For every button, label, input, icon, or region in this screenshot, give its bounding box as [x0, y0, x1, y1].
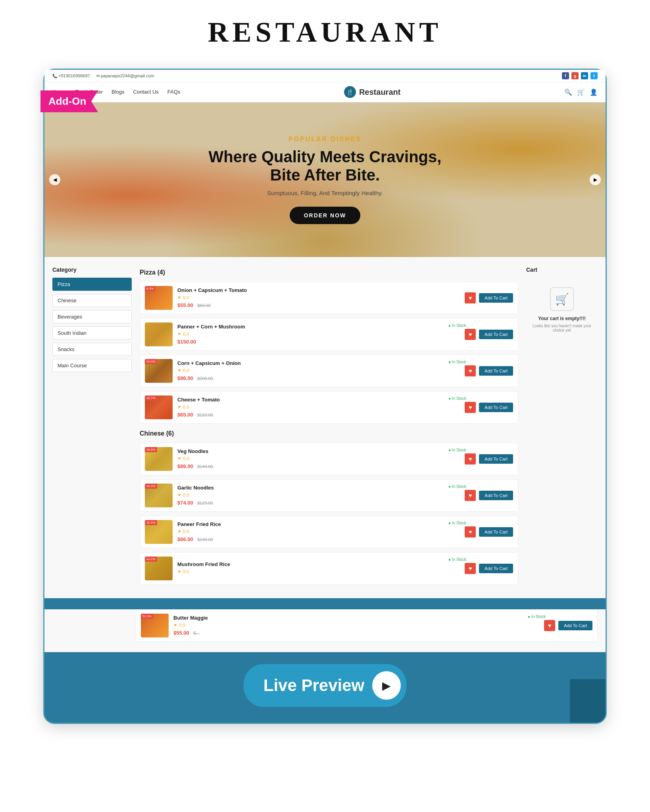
email-address: papanapo2244@gmail.com: [101, 73, 154, 78]
wishlist-btn[interactable]: ♥: [465, 292, 476, 303]
cart-empty-icon: 🛒: [550, 287, 574, 311]
live-preview-btn[interactable]: Live Preview ▶: [244, 664, 406, 707]
rating-value: 0.0: [183, 569, 189, 574]
star-icon: ★: [177, 529, 181, 534]
category-beverages[interactable]: Beverages: [52, 310, 132, 323]
search-icon[interactable]: 🔍: [564, 88, 572, 96]
star-icon: ★: [177, 569, 181, 574]
cart-empty-subtitle: Looks like you haven't made your choice …: [530, 324, 594, 332]
product-info: Mushroom Fried Rice ★ 0.0: [173, 561, 465, 576]
nav-contact[interactable]: Contact Us: [133, 89, 159, 96]
product-old-price: $60.00: [197, 303, 211, 308]
cart-icon[interactable]: 🛒: [577, 88, 585, 96]
nav-blogs[interactable]: Blogs: [112, 89, 125, 96]
phone-icon: [52, 73, 57, 78]
wishlist-btn[interactable]: ♥: [465, 563, 476, 574]
product-badge: 42.7%: [145, 395, 157, 401]
product-item: Panner + Corn + Mushroom ★ 0.0 $150.00 ●…: [140, 318, 518, 351]
add-to-cart-btn[interactable]: Add To Cart: [479, 527, 513, 537]
add-to-cart-btn[interactable]: Add To Cart: [479, 454, 513, 464]
logo-text: Restaurant: [359, 88, 400, 97]
hero-desc: Sumptuous, Filling, And Temptingly Healt…: [209, 190, 442, 196]
product-name: Paneer Fried Rice: [177, 521, 460, 527]
category-chinese[interactable]: Chinese: [52, 294, 132, 307]
wishlist-btn[interactable]: ♥: [465, 453, 476, 465]
product-image: 8.3%: [145, 286, 173, 310]
product-price-row: $66.00 $140.00: [177, 536, 460, 543]
cart-empty: 🛒 Your cart is empty!!!! Looks like you …: [526, 279, 598, 340]
add-to-cart-btn[interactable]: Add To Cart: [479, 564, 513, 573]
main-content: Category Pizza Chinese Beverages South I…: [44, 257, 606, 598]
add-to-cart-btn[interactable]: Add To Cart: [558, 621, 592, 630]
product-old-price: $129.00: [197, 501, 213, 505]
product-badge: 51.3%: [141, 614, 153, 619]
product-info: Cheese + Tomato ★ 0.0 $65.00 $133.00: [173, 397, 465, 418]
product-price: $96.00: [177, 375, 193, 381]
rating-value: 0.0: [183, 332, 189, 336]
product-info: Veg Noodles ★ 0.0 $86.00 $143.00: [173, 448, 465, 470]
rating-value: 0.0: [183, 368, 189, 373]
social-links: f g in t: [562, 72, 598, 79]
product-image: 42.0%: [145, 557, 173, 580]
product-name: Corn + Capsicum + Onion: [177, 360, 460, 366]
product-price: $65.00: [177, 412, 193, 418]
order-now-btn[interactable]: ORDER NOW: [290, 207, 361, 224]
googleplus-icon[interactable]: g: [571, 72, 579, 79]
category-snacks[interactable]: Snacks: [52, 343, 132, 356]
product-item: 40.3% Garlic Noodles ★ 0.0 $74.00 $129.0…: [140, 479, 518, 512]
product-image: 52.9%: [145, 520, 173, 544]
product-rating: ★ 0.0: [177, 404, 460, 409]
add-to-cart-btn[interactable]: Add To Cart: [479, 403, 513, 412]
rating-value: 0.0: [183, 405, 189, 409]
product-name: Veg Noodles: [177, 448, 460, 454]
wishlist-btn[interactable]: ♥: [465, 365, 476, 376]
star-icon: ★: [177, 404, 181, 409]
product-badge: 8.3%: [145, 286, 155, 291]
wishlist-btn[interactable]: ♥: [465, 526, 476, 537]
rating-value: 0.0: [179, 623, 185, 628]
hero-prev-btn[interactable]: ◀: [49, 174, 60, 185]
wishlist-btn[interactable]: ♥: [465, 329, 476, 340]
user-icon[interactable]: 👤: [590, 88, 598, 96]
nav-logo: 🍴 Restaurant: [344, 86, 400, 98]
add-to-cart-btn[interactable]: Add To Cart: [479, 491, 513, 500]
product-old-price: $143.00: [197, 464, 213, 469]
live-preview-arrow-icon: ▶: [372, 671, 401, 700]
in-stock-badge: ● In Stock: [448, 396, 466, 401]
hero-next-btn[interactable]: ▶: [590, 174, 601, 185]
product-image: 40.3%: [145, 484, 173, 507]
facebook-icon[interactable]: f: [562, 72, 569, 79]
add-to-cart-btn[interactable]: Add To Cart: [479, 293, 513, 303]
product-item: 8.3% Onion + Capsicum + Tomato ★ 0.0 $55…: [140, 282, 518, 314]
wishlist-btn[interactable]: ♥: [465, 490, 476, 501]
product-badge: 39.9%: [145, 447, 157, 452]
wishlist-btn[interactable]: ♥: [465, 402, 476, 413]
product-actions: ♥ Add To Cart: [465, 526, 513, 537]
category-south-indian[interactable]: South Indian: [52, 326, 132, 340]
product-badge: 40.3%: [145, 484, 157, 489]
product-actions: ♥ Add To Cart: [465, 490, 513, 501]
twitter-icon[interactable]: t: [590, 72, 598, 79]
linkedin-icon[interactable]: in: [581, 72, 588, 79]
product-rating: ★ 0.0: [177, 295, 460, 300]
nav-faqs[interactable]: FAQs: [167, 89, 181, 96]
product-rating: ★ 0.0: [177, 569, 460, 574]
product-badge: 52.9%: [145, 520, 157, 525]
product-price-row: $55.00 $60.00: [177, 301, 460, 309]
hero-content: POPULAR DISHES Where Quality Meets Cravi…: [209, 136, 442, 224]
product-price: $150.00: [177, 339, 196, 345]
product-old-price: $...: [193, 631, 199, 635]
top-bar: +919016996697 papanapo2244@gmail.com f g…: [44, 70, 606, 82]
product-price-row: $65.00 $133.00: [177, 411, 460, 418]
category-main-course[interactable]: Main Course: [52, 359, 132, 372]
product-name: Garlic Noodles: [177, 485, 460, 491]
star-icon: ★: [177, 456, 181, 461]
wishlist-btn[interactable]: ♥: [544, 620, 555, 631]
product-price-row: $150.00: [177, 338, 460, 345]
hero-banner: ◀ POPULAR DISHES Where Quality Meets Cra…: [44, 102, 606, 257]
add-to-cart-btn[interactable]: Add To Cart: [479, 366, 513, 376]
product-info: Garlic Noodles ★ 0.0 $74.00 $129.00: [173, 485, 465, 506]
product-actions: ♥ Add To Cart: [544, 620, 592, 631]
add-to-cart-btn[interactable]: Add To Cart: [479, 330, 513, 339]
category-pizza[interactable]: Pizza: [52, 278, 132, 291]
